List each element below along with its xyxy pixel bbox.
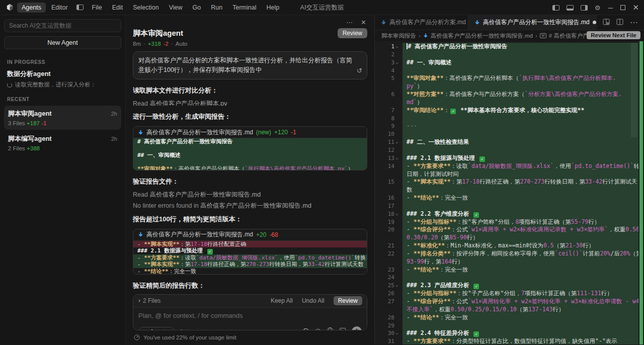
restore-checkpoint-icon[interactable]: ↺ [357, 66, 362, 76]
menu-edit[interactable]: Edit [108, 3, 128, 13]
search-input[interactable]: Search AI交互运营数据 [4, 19, 121, 32]
editor-content[interactable]: 1# 高价值客户产品分析一致性审阅报告23## 一、审阅概述45**审阅对象**… [375, 41, 644, 344]
fold-chevron-icon[interactable] [396, 210, 400, 218]
menu-file[interactable]: File [88, 3, 107, 13]
tab-review-report-md[interactable]: 高价值客户产品分析一致性审阅报告.md [468, 15, 597, 30]
toggle-right-panel-icon[interactable] [581, 5, 588, 11]
breadcrumb[interactable]: 脚本审阅报告 › 高价值客户产品分析一致性审阅报告.md › M # 高价值客户… [375, 30, 644, 41]
editor-line[interactable]: 2 [375, 51, 644, 59]
read-file-line[interactable]: Read 高价值客户产品分析脚本.py [133, 100, 367, 106]
split-editor-icon[interactable] [616, 18, 623, 27]
editor-line[interactable]: 29 [375, 322, 644, 330]
editor-line[interactable]: 22- **排名分类**：按评分降序，相同按名称字母序，使用`ceil()`计算… [375, 250, 644, 258]
editor-line[interactable]: 1# 高价值客户产品分析一致性审阅报告 [375, 43, 644, 51]
diff-block-new-report[interactable]: 高价值客户产品分析一致性审阅报告.md (new) +120 -1 # 高价值客… [133, 126, 367, 170]
window-maximize-button[interactable] [620, 5, 625, 10]
editor-line[interactable]: 26- **分组与指标**：按"子产品名称"分组，7项指标计算正确（第111-1… [375, 290, 644, 298]
editor-line[interactable]: 日期，计算测试时间 [375, 170, 644, 179]
keep-all-button[interactable]: Keep All [271, 297, 293, 304]
editor-line[interactable]: 93-99行，第164行） [375, 258, 644, 266]
diff-row: - **结论**：完全一致 [133, 268, 367, 275]
editor-line[interactable]: 23- **结论**：完全一致 [375, 266, 644, 274]
editor-line[interactable]: 15- **脚本实现**：第17-18行路径正确，第270-273行转换日期，第… [375, 178, 644, 186]
editor-line[interactable]: 31- **方案要求**：分类型特征计算占比，数值型特征计算均值，缺失值用"-"… [375, 337, 644, 344]
editor-line[interactable]: 18### 2.2 客户维度分析 ✓ [375, 210, 644, 218]
editor-line[interactable]: 8 [375, 115, 644, 123]
editor-line[interactable]: 10 [375, 130, 644, 138]
menu-terminal[interactable]: Terminal [228, 3, 261, 13]
editor-line[interactable]: 25### 2.3 产品维度分析 ✓ [375, 282, 644, 290]
agent-mode-select[interactable]: ∞ Agent [138, 327, 175, 330]
window-minimize-button[interactable]: ─ [607, 4, 613, 12]
editor-line[interactable]: 0.30/0.20（第85-90行） [375, 234, 644, 242]
editor-line[interactable]: 13### 2.1 数据源与预处理 ✓ [375, 154, 644, 162]
tab-plan-md[interactable]: 高价值客户产品分析方案.md [375, 15, 468, 30]
editor-line[interactable]: 6**对照方案**：高价值客户与产品分析方案（`分析方案\高价值客户产品分析方案… [375, 91, 644, 99]
prompt-input[interactable]: Plan, @ for context, / for commands ∞ Ag… [133, 308, 367, 330]
review-changes-button[interactable]: Review [334, 296, 362, 305]
menu-run[interactable]: Run [206, 3, 227, 13]
editor-line[interactable]: 数 [375, 186, 644, 194]
image-icon[interactable] [339, 327, 346, 330]
editor-line[interactable]: md`） [375, 99, 644, 107]
read-file-line[interactable]: Read 高价值客户产品分析一致性审阅报告.md [133, 191, 367, 197]
editor-line[interactable]: 5**审阅对象**：高价值客户产品分析脚本（`执行脚本\高价值客户产品分析脚本. [375, 74, 644, 82]
editor-line[interactable]: 11## 二、一致性检查结果 [375, 138, 644, 146]
scrollbar-thumb[interactable] [631, 43, 637, 137]
review-next-file-button[interactable]: Review Next File [587, 31, 640, 39]
fold-chevron-icon[interactable] [396, 138, 400, 146]
undo-all-button[interactable]: Undo All [302, 297, 325, 304]
voice-input-button[interactable] [352, 326, 362, 330]
editor-line[interactable]: 21- **标准化**：Min-Max标准化，max==min时设为0.5（第2… [375, 242, 644, 250]
editor-line[interactable]: 12 [375, 146, 644, 154]
editor-more-icon[interactable]: ⋯ [630, 18, 638, 27]
toggle-bottom-panel-icon[interactable] [567, 5, 574, 11]
editor-line[interactable]: 不接入率`，权重0.50/0.25/0.15/0.10（第137-143行） [375, 306, 644, 314]
fold-chevron-icon[interactable] [396, 154, 400, 162]
toggle-left-panel-icon[interactable] [552, 5, 559, 11]
editor-line[interactable]: 14- **方案要求**：读取`data/脱敏数据_增强版.xlsx`，使用`p… [375, 162, 644, 170]
menu-selection[interactable]: Selection [128, 3, 163, 13]
unsaved-dot-icon[interactable] [593, 21, 596, 24]
expand-files-chevron-icon[interactable] [137, 300, 140, 303]
sidebar-item-in-progress[interactable]: 数据分析agent 读取完整数据，进行深入分析： [4, 68, 121, 94]
editor-line[interactable]: 30### 2.4 特征差异分析 ✓ [375, 329, 644, 337]
editor-line[interactable]: 17 [375, 202, 644, 210]
fold-chevron-icon[interactable] [396, 282, 400, 290]
breadcrumb-folder[interactable]: 脚本审阅报告 [381, 32, 416, 40]
menu-help[interactable]: Help [262, 3, 284, 13]
settings-gear-icon[interactable]: ⚙ [595, 4, 601, 12]
editor-line[interactable]: 19- **分组与指标**：按"客户简称"分组，8项指标计算正确（第55-79行… [375, 218, 644, 226]
menu-view[interactable]: View [165, 3, 187, 13]
window-close-button[interactable]: ✕ [632, 3, 639, 12]
changed-files-bar[interactable]: 2 Files Keep All Undo All Review [133, 295, 367, 308]
editor-line[interactable]: 16- **结论**：完全一致 [375, 194, 644, 202]
menu-agents[interactable]: Agents [17, 3, 46, 13]
split-diff-icon[interactable] [603, 18, 610, 27]
editor-line[interactable]: 28- **结论**：完全一致 [375, 314, 644, 322]
fold-chevron-icon[interactable] [396, 43, 400, 51]
editor-line[interactable]: 3## 一、审阅概述 [375, 59, 644, 67]
diff-block-simplified-report[interactable]: 高价值客户产品分析一致性审阅报告.md +20 -68 - **脚本实现**：第… [133, 229, 367, 275]
breadcrumb-file[interactable]: 高价值客户产品分析一致性审阅报告.md [431, 32, 533, 40]
editor-line[interactable]: 27- **综合评分**：公式`w1×调用转化率 + w2×签约转化率 + w3… [375, 298, 644, 306]
menu-editor[interactable]: Editor [47, 3, 72, 13]
review-button[interactable]: Review [338, 28, 367, 38]
chat-more-icon[interactable]: ⋯ [346, 19, 353, 26]
editor-line[interactable]: 4 [375, 67, 644, 75]
menu-go[interactable]: Go [188, 3, 206, 13]
editor-line[interactable]: 9--- [375, 122, 644, 130]
editor-line[interactable]: py`） [375, 82, 644, 91]
chat-close-icon[interactable]: ✕ [361, 19, 366, 26]
editor-line[interactable]: 7**审阅结论**：✓ **脚本基本符合方案要求，核心功能完整实现** [375, 107, 644, 115]
editor-line[interactable]: 24 [375, 274, 644, 282]
fold-chevron-icon[interactable] [396, 329, 400, 337]
sidebar-item-脚本审阅agent[interactable]: 脚本审阅agent2h3 Files +187 -1 [4, 106, 121, 130]
web-icon[interactable] [327, 327, 334, 330]
step-heading: 报告超过100行，精简为更简洁版本： [133, 215, 367, 224]
sidebar-item-脚本编写agent[interactable]: 脚本编写agent2h2 Files +388 [4, 131, 121, 155]
new-agent-button[interactable]: New Agent [4, 36, 121, 49]
sidebar-toggle-icon[interactable] [76, 5, 84, 10]
fold-chevron-icon[interactable] [396, 59, 400, 67]
editor-line[interactable]: 20- **综合评分**：公式`w1×调用率 + w2×标准化调用记录数 + w… [375, 226, 644, 234]
